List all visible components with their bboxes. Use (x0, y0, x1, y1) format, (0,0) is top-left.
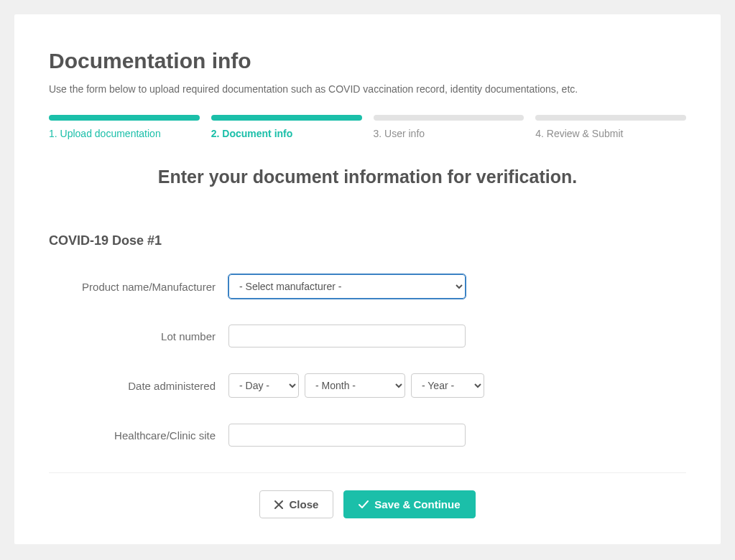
step-label: 2. Document info (211, 128, 362, 139)
step-document-info[interactable]: 2. Document info (211, 115, 362, 139)
step-review-submit: 4. Review & Submit (535, 115, 686, 139)
actions: Close Save & Continue (49, 490, 686, 518)
page-title: Documentation info (49, 49, 686, 73)
step-user-info: 3. User info (374, 115, 524, 139)
step-bar (535, 115, 686, 121)
row-clinic-site: Healthcare/Clinic site (49, 424, 686, 447)
check-icon (359, 500, 369, 509)
lot-number-input[interactable] (228, 325, 466, 347)
form-heading: Enter your document information for veri… (49, 167, 686, 187)
day-select[interactable]: - Day - (228, 373, 299, 398)
label-date-administered: Date administered (49, 380, 228, 392)
step-label: 3. User info (374, 128, 524, 139)
row-manufacturer: Product name/Manufacturer - Select manuf… (49, 274, 686, 299)
close-button[interactable]: Close (259, 490, 333, 518)
documentation-info-card: Documentation info Use the form below to… (14, 14, 721, 544)
label-lot-number: Lot number (49, 330, 228, 342)
step-upload-documentation[interactable]: 1. Upload documentation (49, 115, 200, 139)
save-continue-button[interactable]: Save & Continue (343, 490, 475, 518)
stepper: 1. Upload documentation 2. Document info… (49, 115, 686, 139)
close-button-label: Close (289, 498, 318, 510)
label-manufacturer: Product name/Manufacturer (49, 281, 228, 293)
clinic-site-input[interactable] (228, 424, 466, 447)
step-label: 4. Review & Submit (535, 128, 686, 139)
step-label: 1. Upload documentation (49, 128, 200, 139)
divider (49, 472, 686, 473)
month-select[interactable]: - Month - (305, 373, 405, 398)
step-bar (374, 115, 524, 121)
label-clinic-site: Healthcare/Clinic site (49, 429, 228, 442)
step-bar (49, 115, 200, 121)
page-description: Use the form below to upload required do… (49, 83, 686, 95)
year-select[interactable]: - Year - (411, 373, 484, 398)
step-bar (211, 115, 362, 121)
manufacturer-select[interactable]: - Select manufacturer - (228, 274, 466, 299)
row-lot-number: Lot number (49, 325, 686, 347)
close-icon (274, 500, 283, 509)
row-date-administered: Date administered - Day - - Month - - Ye… (49, 373, 686, 398)
section-heading: COVID-19 Dose #1 (49, 233, 686, 248)
save-continue-button-label: Save & Continue (374, 498, 460, 510)
